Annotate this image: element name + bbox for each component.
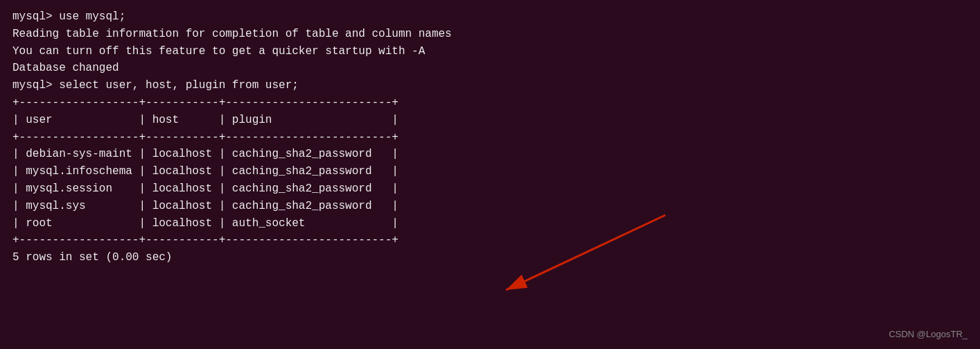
terminal-line-row3: | mysql.session | localhost | caching_sh… (12, 180, 968, 198)
terminal-line-hdr: | user | host | plugin | (12, 112, 968, 129)
terminal-line-row2: | mysql.infoschema | localhost | caching… (12, 163, 968, 180)
terminal-line-row4: | mysql.sys | localhost | caching_sha2_p… (12, 198, 968, 215)
terminal-line-sep3: +------------------+-----------+--------… (12, 232, 968, 249)
terminal-line-row1: | debian-sys-maint | localhost | caching… (12, 146, 968, 163)
terminal-line-line2: Reading table information for completion… (12, 26, 968, 43)
terminal-line-line1: mysql> use mysql; (12, 8, 968, 26)
terminal-line-row5: | root | localhost | auth_socket | (12, 215, 968, 232)
watermark-text: CSDN @LogosTR_ (889, 329, 968, 339)
terminal-line-line6: mysql> select user, host, plugin from us… (12, 77, 968, 94)
terminal-line-sep2: +------------------+-----------+--------… (12, 129, 968, 146)
terminal-line-result: 5 rows in set (0.00 sec) (12, 249, 968, 266)
terminal-line-sep1: +------------------+-----------+--------… (12, 94, 968, 112)
terminal-line-line5: Database changed (12, 60, 968, 77)
terminal-line-line3: You can turn off this feature to get a q… (12, 43, 968, 60)
terminal-window: mysql> use mysql;Reading table informati… (0, 0, 980, 349)
